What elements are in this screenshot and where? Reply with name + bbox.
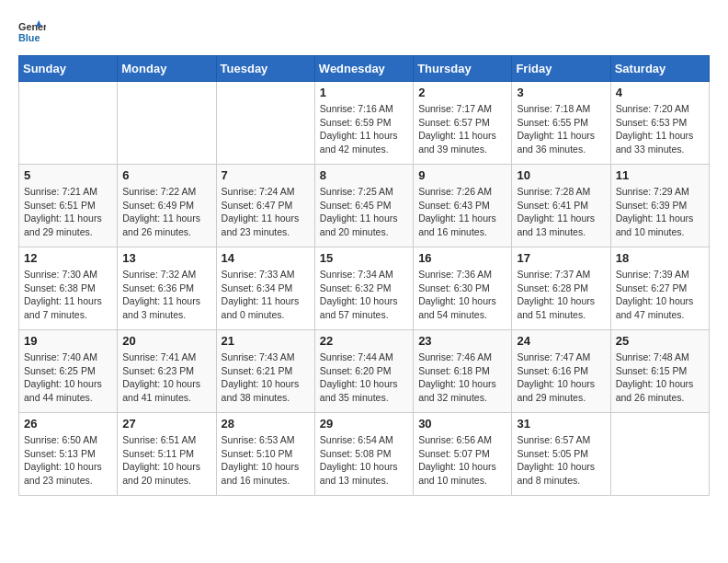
- day-number: 13: [122, 251, 210, 265]
- day-number: 25: [616, 334, 704, 348]
- calendar-cell: 30Sunrise: 6:56 AM Sunset: 5:07 PM Dayli…: [414, 413, 512, 496]
- day-number: 12: [24, 251, 112, 265]
- weekday-header-tuesday: Tuesday: [216, 56, 314, 82]
- calendar-cell: [610, 413, 709, 496]
- day-info: Sunrise: 7:24 AM Sunset: 6:47 PM Dayligh…: [222, 185, 310, 239]
- day-info: Sunrise: 7:47 AM Sunset: 6:16 PM Dayligh…: [517, 350, 605, 405]
- calendar-cell: 7Sunrise: 7:24 AM Sunset: 6:47 PM Daylig…: [216, 165, 314, 247]
- day-info: Sunrise: 7:22 AM Sunset: 6:49 PM Dayligh…: [122, 185, 210, 239]
- day-number: 5: [24, 168, 112, 182]
- day-info: Sunrise: 7:16 AM Sunset: 6:59 PM Dayligh…: [320, 102, 408, 156]
- general-blue-icon: General Blue: [18, 18, 46, 46]
- day-number: 23: [418, 334, 506, 348]
- calendar-cell: 10Sunrise: 7:28 AM Sunset: 6:41 PM Dayli…: [512, 165, 610, 247]
- day-number: 3: [517, 86, 605, 99]
- calendar-cell: 19Sunrise: 7:40 AM Sunset: 6:25 PM Dayli…: [19, 330, 118, 413]
- day-number: 26: [24, 417, 112, 431]
- day-info: Sunrise: 6:53 AM Sunset: 5:10 PM Dayligh…: [222, 433, 310, 488]
- day-info: Sunrise: 7:18 AM Sunset: 6:55 PM Dayligh…: [517, 102, 605, 156]
- day-number: 15: [320, 251, 408, 265]
- day-number: 4: [616, 86, 704, 99]
- day-info: Sunrise: 7:20 AM Sunset: 6:53 PM Dayligh…: [616, 102, 704, 156]
- day-info: Sunrise: 7:17 AM Sunset: 6:57 PM Dayligh…: [418, 102, 506, 156]
- calendar-cell: 26Sunrise: 6:50 AM Sunset: 5:13 PM Dayli…: [19, 413, 118, 496]
- calendar-cell: 23Sunrise: 7:46 AM Sunset: 6:18 PM Dayli…: [414, 330, 512, 413]
- day-number: 16: [418, 251, 506, 265]
- day-number: 31: [517, 417, 605, 431]
- calendar-cell: 28Sunrise: 6:53 AM Sunset: 5:10 PM Dayli…: [216, 413, 314, 496]
- day-number: 28: [222, 417, 310, 431]
- day-info: Sunrise: 6:57 AM Sunset: 5:05 PM Dayligh…: [517, 433, 605, 488]
- day-number: 9: [418, 168, 506, 182]
- day-number: 10: [517, 168, 605, 182]
- day-info: Sunrise: 7:30 AM Sunset: 6:38 PM Dayligh…: [24, 268, 112, 322]
- day-info: Sunrise: 7:41 AM Sunset: 6:23 PM Dayligh…: [122, 350, 210, 405]
- calendar-cell: [118, 82, 216, 165]
- calendar-cell: 29Sunrise: 6:54 AM Sunset: 5:08 PM Dayli…: [314, 413, 413, 496]
- day-info: Sunrise: 7:25 AM Sunset: 6:45 PM Dayligh…: [320, 185, 408, 239]
- day-number: 30: [418, 417, 506, 431]
- day-info: Sunrise: 7:29 AM Sunset: 6:39 PM Dayligh…: [616, 185, 704, 239]
- day-info: Sunrise: 7:39 AM Sunset: 6:27 PM Dayligh…: [616, 268, 704, 322]
- day-number: 21: [222, 334, 310, 348]
- day-info: Sunrise: 7:37 AM Sunset: 6:28 PM Dayligh…: [517, 268, 605, 322]
- day-info: Sunrise: 6:51 AM Sunset: 5:11 PM Dayligh…: [122, 433, 210, 488]
- calendar-cell: 3Sunrise: 7:18 AM Sunset: 6:55 PM Daylig…: [512, 82, 610, 165]
- calendar-cell: 20Sunrise: 7:41 AM Sunset: 6:23 PM Dayli…: [118, 330, 216, 413]
- day-info: Sunrise: 7:48 AM Sunset: 6:15 PM Dayligh…: [616, 350, 704, 405]
- day-number: 7: [222, 168, 310, 182]
- calendar-cell: 21Sunrise: 7:43 AM Sunset: 6:21 PM Dayli…: [216, 330, 314, 413]
- day-info: Sunrise: 7:46 AM Sunset: 6:18 PM Dayligh…: [418, 350, 506, 405]
- day-number: 14: [222, 251, 310, 265]
- day-number: 19: [24, 334, 112, 348]
- svg-text:General: General: [18, 21, 46, 32]
- logo: General Blue: [18, 18, 46, 46]
- day-number: 20: [122, 334, 210, 348]
- weekday-header-saturday: Saturday: [610, 56, 709, 82]
- weekday-header-friday: Friday: [512, 56, 610, 82]
- calendar-cell: 13Sunrise: 7:32 AM Sunset: 6:36 PM Dayli…: [118, 247, 216, 330]
- calendar-cell: 6Sunrise: 7:22 AM Sunset: 6:49 PM Daylig…: [118, 165, 216, 247]
- day-number: 17: [517, 251, 605, 265]
- calendar-cell: 15Sunrise: 7:34 AM Sunset: 6:32 PM Dayli…: [314, 247, 413, 330]
- weekday-header-thursday: Thursday: [414, 56, 512, 82]
- calendar-cell: 31Sunrise: 6:57 AM Sunset: 5:05 PM Dayli…: [512, 413, 610, 496]
- calendar-cell: 9Sunrise: 7:26 AM Sunset: 6:43 PM Daylig…: [414, 165, 512, 247]
- day-info: Sunrise: 7:34 AM Sunset: 6:32 PM Dayligh…: [320, 268, 408, 322]
- day-info: Sunrise: 7:44 AM Sunset: 6:20 PM Dayligh…: [320, 350, 408, 405]
- day-info: Sunrise: 6:56 AM Sunset: 5:07 PM Dayligh…: [418, 433, 506, 488]
- calendar-cell: 17Sunrise: 7:37 AM Sunset: 6:28 PM Dayli…: [512, 247, 610, 330]
- calendar-cell: 8Sunrise: 7:25 AM Sunset: 6:45 PM Daylig…: [314, 165, 413, 247]
- weekday-header-monday: Monday: [118, 56, 216, 82]
- calendar-cell: 18Sunrise: 7:39 AM Sunset: 6:27 PM Dayli…: [610, 247, 709, 330]
- day-number: 18: [616, 251, 704, 265]
- calendar-week-5: 26Sunrise: 6:50 AM Sunset: 5:13 PM Dayli…: [19, 413, 710, 496]
- day-number: 2: [418, 86, 506, 99]
- weekday-header-wednesday: Wednesday: [314, 56, 413, 82]
- day-info: Sunrise: 7:32 AM Sunset: 6:36 PM Dayligh…: [122, 268, 210, 322]
- calendar-cell: 25Sunrise: 7:48 AM Sunset: 6:15 PM Dayli…: [610, 330, 709, 413]
- calendar-cell: 22Sunrise: 7:44 AM Sunset: 6:20 PM Dayli…: [314, 330, 413, 413]
- weekday-header-row: SundayMondayTuesdayWednesdayThursdayFrid…: [19, 56, 710, 82]
- calendar-cell: 16Sunrise: 7:36 AM Sunset: 6:30 PM Dayli…: [414, 247, 512, 330]
- day-info: Sunrise: 7:43 AM Sunset: 6:21 PM Dayligh…: [222, 350, 310, 405]
- calendar-week-3: 12Sunrise: 7:30 AM Sunset: 6:38 PM Dayli…: [19, 247, 710, 330]
- calendar-week-4: 19Sunrise: 7:40 AM Sunset: 6:25 PM Dayli…: [19, 330, 710, 413]
- calendar-table: SundayMondayTuesdayWednesdayThursdayFrid…: [18, 55, 710, 496]
- calendar-week-2: 5Sunrise: 7:21 AM Sunset: 6:51 PM Daylig…: [19, 165, 710, 247]
- day-info: Sunrise: 7:40 AM Sunset: 6:25 PM Dayligh…: [24, 350, 112, 405]
- calendar-cell: 12Sunrise: 7:30 AM Sunset: 6:38 PM Dayli…: [19, 247, 118, 330]
- day-number: 6: [122, 168, 210, 182]
- page-header: General Blue: [18, 18, 710, 46]
- weekday-header-sunday: Sunday: [19, 56, 118, 82]
- day-number: 24: [517, 334, 605, 348]
- day-number: 1: [320, 86, 408, 99]
- svg-text:Blue: Blue: [18, 32, 40, 43]
- day-info: Sunrise: 6:50 AM Sunset: 5:13 PM Dayligh…: [24, 433, 112, 488]
- day-info: Sunrise: 7:36 AM Sunset: 6:30 PM Dayligh…: [418, 268, 506, 322]
- day-number: 8: [320, 168, 408, 182]
- calendar-cell: 27Sunrise: 6:51 AM Sunset: 5:11 PM Dayli…: [118, 413, 216, 496]
- calendar-cell: 11Sunrise: 7:29 AM Sunset: 6:39 PM Dayli…: [610, 165, 709, 247]
- calendar-cell: 14Sunrise: 7:33 AM Sunset: 6:34 PM Dayli…: [216, 247, 314, 330]
- calendar-cell: [216, 82, 314, 165]
